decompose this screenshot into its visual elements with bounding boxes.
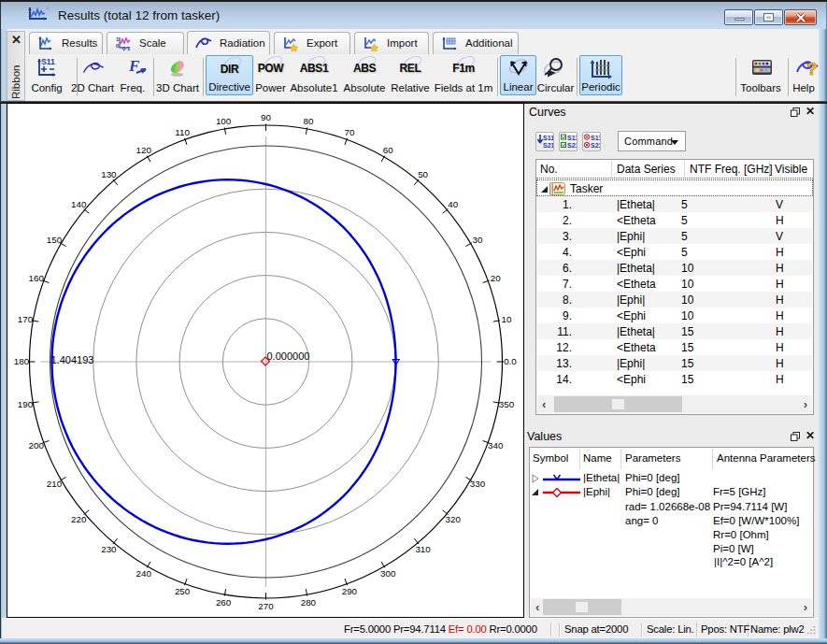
svg-text:310: 310 — [415, 544, 431, 554]
svg-text:30: 30 — [473, 235, 483, 245]
svg-text:150: 150 — [47, 235, 63, 245]
svg-text:210: 210 — [47, 479, 63, 489]
svg-text:S11: S11 — [543, 135, 553, 141]
svg-text:1: 1 — [127, 46, 131, 51]
svg-text:240: 240 — [136, 568, 152, 579]
svg-text:0.0: 0.0 — [504, 356, 517, 366]
svg-text:280: 280 — [301, 597, 317, 608]
svg-text:S21: S21 — [591, 142, 600, 149]
svg-text:0: 0 — [122, 46, 126, 51]
svg-text:S11: S11 — [567, 135, 577, 141]
svg-text:180: 180 — [14, 356, 30, 366]
svg-text:170: 170 — [18, 314, 34, 324]
svg-text:270: 270 — [258, 601, 274, 611]
svg-text:S21: S21 — [543, 142, 553, 149]
svg-text:50: 50 — [418, 169, 428, 179]
svg-text:?: ? — [806, 59, 818, 79]
svg-text:120: 120 — [136, 145, 152, 155]
svg-text:100: 100 — [216, 116, 232, 126]
svg-text:110: 110 — [175, 127, 190, 137]
svg-text:290: 290 — [342, 586, 358, 596]
svg-text:10: 10 — [502, 314, 512, 324]
svg-text:140: 140 — [71, 199, 87, 209]
svg-text:40: 40 — [448, 199, 458, 209]
svg-text:190: 190 — [18, 399, 34, 409]
svg-text:250: 250 — [175, 586, 191, 596]
svg-text:230: 230 — [101, 544, 117, 554]
svg-text:S21: S21 — [567, 142, 577, 149]
svg-text:0.000000: 0.000000 — [267, 351, 310, 362]
svg-text:160: 160 — [29, 273, 45, 283]
svg-text:330: 330 — [470, 479, 486, 489]
svg-text:90: 90 — [261, 112, 271, 122]
svg-text:S11: S11 — [41, 57, 55, 66]
svg-text:260: 260 — [216, 597, 232, 608]
svg-text:200: 200 — [29, 440, 45, 451]
svg-text:340: 340 — [488, 440, 504, 451]
svg-text:80: 80 — [303, 116, 313, 126]
svg-text:220: 220 — [71, 514, 87, 524]
svg-text:70: 70 — [344, 127, 354, 137]
svg-text:60: 60 — [383, 145, 393, 155]
svg-text:130: 130 — [101, 169, 117, 179]
svg-text:300: 300 — [380, 568, 396, 579]
svg-text:20: 20 — [491, 273, 501, 283]
svg-text:1.404193: 1.404193 — [51, 354, 94, 365]
svg-text:350: 350 — [499, 399, 515, 409]
svg-text:320: 320 — [446, 514, 462, 524]
svg-text:S11: S11 — [591, 135, 600, 141]
